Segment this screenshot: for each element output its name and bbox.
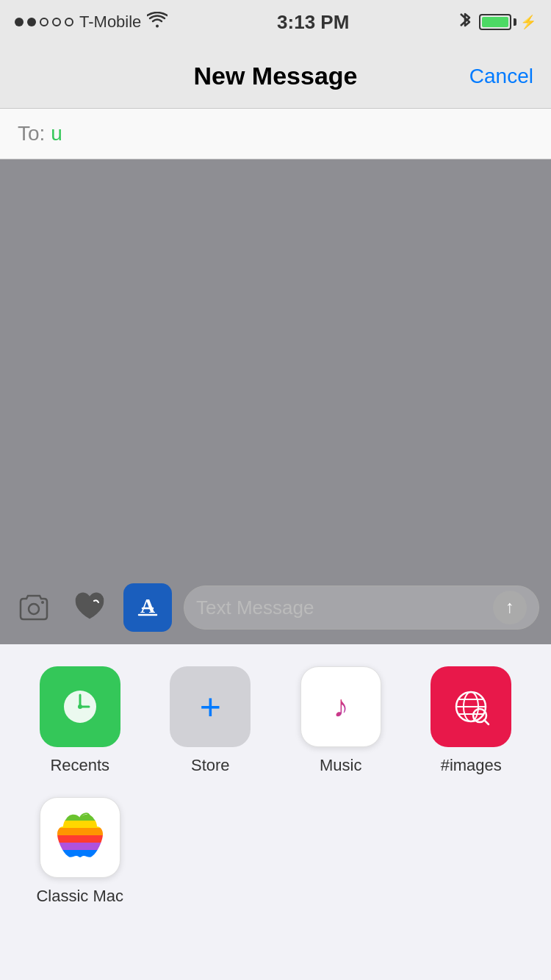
compose-area [0,159,551,571]
cancel-button[interactable]: Cancel [469,65,533,88]
svg-rect-21 [57,843,103,850]
store-plus-icon: + [200,688,221,725]
store-label: Store [191,756,230,775]
dot-1 [15,18,24,26]
classicmac-label: Classic Mac [36,887,123,906]
svg-rect-18 [57,821,103,828]
text-message-input[interactable]: Text Message ↑ [184,586,539,630]
camera-button[interactable] [12,586,56,630]
appstore-button[interactable]: A [123,583,172,632]
send-button[interactable]: ↑ [493,591,527,624]
dot-4 [52,18,61,26]
app-item-music[interactable]: ♪ Music [276,666,406,775]
wifi-icon [147,12,168,32]
recents-label: Recents [50,756,109,775]
bluetooth-icon [458,10,472,34]
signal-dots [15,18,73,26]
app-item-classicmac[interactable]: Classic Mac [15,797,145,906]
to-label: To: [18,122,45,145]
svg-text:A: A [140,594,156,617]
appstore-icon: A [134,592,161,624]
dot-3 [40,18,48,26]
svg-line-16 [484,720,489,724]
carrier-label: T-Mobile [79,12,141,32]
status-time: 3:13 PM [277,11,349,34]
images-icon-wrap [431,666,511,747]
svg-point-0 [29,604,39,614]
store-icon-wrap: + [170,666,251,747]
dot-2 [27,18,36,26]
svg-point-8 [78,705,82,709]
text-message-placeholder: Text Message [196,597,493,619]
images-label: #images [441,756,502,775]
app-grid: Recents + Store ♪ [15,666,536,928]
stickers-button[interactable] [68,586,112,630]
status-right: ⚡ [458,10,536,34]
recents-icon-wrap [40,666,120,747]
to-field: To: [0,109,551,159]
app-item-recents[interactable]: Recents [15,666,145,775]
app-item-store[interactable]: + Store [145,666,276,775]
music-icon-wrap: ♪ [300,666,381,747]
battery-indicator: ⚡ [479,14,536,30]
svg-rect-19 [57,828,103,835]
dot-5 [65,18,73,26]
music-label: Music [320,756,361,775]
svg-rect-20 [57,835,103,843]
svg-text:♪: ♪ [333,690,348,724]
status-left: T-Mobile [15,12,168,32]
status-bar: T-Mobile 3:13 PM ⚡ [0,0,551,44]
message-toolbar: A Text Message ↑ [0,571,551,644]
classicmac-icon-wrap [40,797,120,878]
charging-icon: ⚡ [520,14,536,30]
page-title: New Message [194,62,358,90]
svg-point-1 [41,601,44,604]
to-input[interactable] [51,122,533,145]
svg-rect-22 [57,850,103,859]
app-tray: Recents + Store ♪ [0,644,551,943]
app-item-images[interactable]: #images [406,666,537,775]
nav-bar: New Message Cancel [0,44,551,109]
send-arrow-icon: ↑ [505,597,514,617]
